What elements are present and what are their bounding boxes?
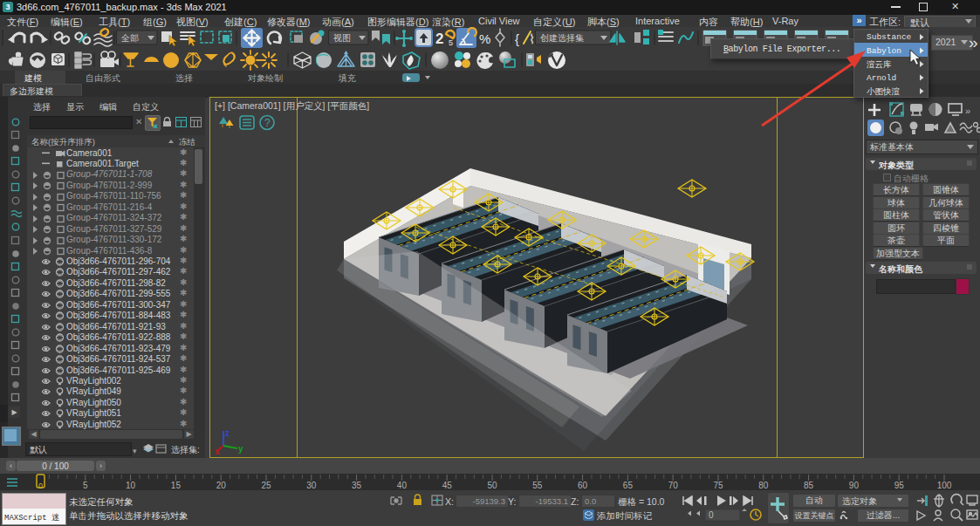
svg-text:2: 2 [435, 31, 443, 47]
svg-text:%: % [479, 31, 490, 46]
svg-text:90: 90 [849, 481, 860, 490]
svg-text:70: 70 [668, 481, 679, 490]
svg-text:?: ? [264, 117, 271, 129]
svg-text:75: 75 [713, 481, 723, 490]
svg-text:y: y [238, 444, 243, 454]
svg-text:50: 50 [487, 481, 497, 490]
svg-text:35: 35 [352, 481, 362, 490]
svg-text:0: 0 [709, 510, 714, 520]
svg-text:60: 60 [578, 481, 588, 490]
svg-text:⌇: ⌇ [529, 31, 535, 46]
svg-text:创建选择集: 创建选择集 [540, 33, 584, 43]
svg-text:z: z [225, 428, 230, 438]
svg-text:25: 25 [261, 481, 271, 490]
svg-text:15: 15 [171, 481, 182, 490]
svg-text:»: » [965, 106, 970, 116]
svg-text:5: 5 [449, 38, 453, 47]
svg-text:30: 30 [306, 481, 317, 490]
svg-text:5: 5 [83, 481, 88, 490]
svg-text:20: 20 [216, 481, 227, 490]
svg-text:100: 100 [937, 481, 952, 490]
svg-text:x: x [215, 447, 220, 455]
svg-text:40: 40 [397, 481, 408, 490]
svg-text:95: 95 [894, 481, 905, 490]
svg-text:10: 10 [126, 481, 136, 490]
svg-text:85: 85 [804, 481, 814, 490]
svg-text:0: 0 [38, 482, 43, 490]
svg-text:45: 45 [442, 481, 453, 490]
svg-text:65: 65 [623, 481, 634, 490]
svg-text:全部: 全部 [120, 33, 139, 43]
svg-text:80: 80 [758, 481, 769, 490]
svg-text:{: { [515, 31, 519, 46]
svg-text:55: 55 [532, 481, 543, 490]
svg-text:视图: 视图 [333, 33, 351, 43]
